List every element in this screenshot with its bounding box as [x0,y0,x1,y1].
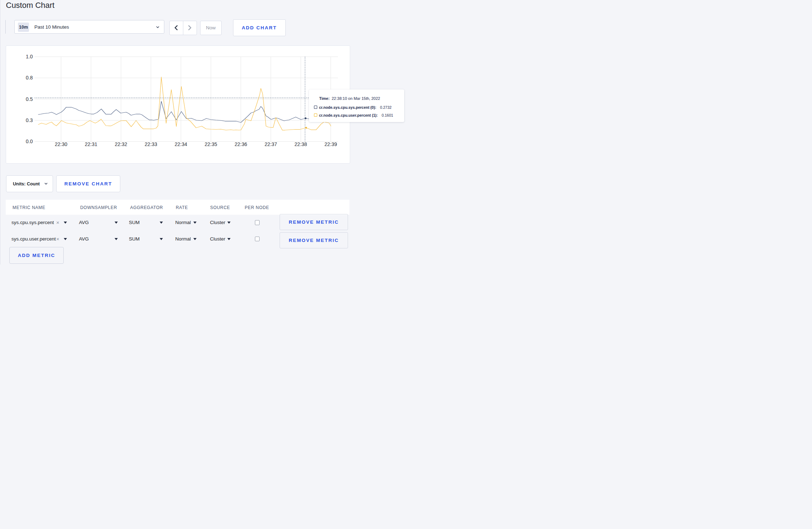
svg-text:22:30: 22:30 [55,141,67,147]
svg-text:22:33: 22:33 [145,141,157,147]
svg-text:0.0: 0.0 [26,139,33,144]
svg-text:22:32: 22:32 [115,141,127,147]
svg-text:22:38: 22:38 [295,141,307,147]
svg-text:0.3: 0.3 [26,117,33,123]
svg-text:22:37: 22:37 [265,141,277,147]
svg-text:22:36: 22:36 [235,141,247,147]
svg-text:22:39: 22:39 [324,141,337,147]
svg-text:22:34: 22:34 [175,141,187,147]
svg-text:22:35: 22:35 [204,141,217,147]
svg-text:0.5: 0.5 [26,96,33,102]
svg-text:1.0: 1.0 [26,54,33,59]
svg-text:0.8: 0.8 [26,75,33,81]
svg-text:22:31: 22:31 [85,141,97,147]
